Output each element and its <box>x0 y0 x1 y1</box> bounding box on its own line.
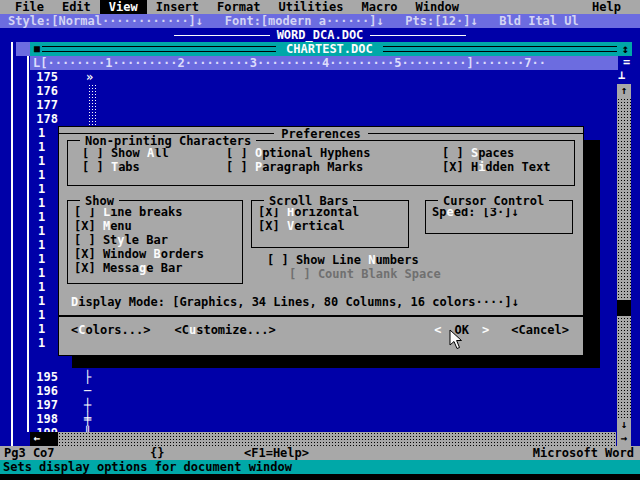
group-show: Show [ ] Line breaks [X] Menu [ ] Style … <box>67 200 243 284</box>
customize-button[interactable]: <Customize...> <box>175 323 276 337</box>
dialog-shadow-bottom <box>72 356 600 368</box>
horizontal-scrollbar-thumb[interactable] <box>44 432 58 446</box>
dialog-button-row: <Colors...> <Customize...> <OK> <Cancel> <box>59 323 583 337</box>
doc-window-titlebar: ■ CHARTEST.DOC ↕ <box>30 42 632 56</box>
menu-file[interactable]: File <box>6 0 53 14</box>
vertical-scrollbar-thumb[interactable] <box>617 300 631 316</box>
doc-window-title[interactable]: CHARTEST.DOC <box>278 42 381 56</box>
resize-icon[interactable]: ↕ <box>622 42 629 56</box>
ruler-end-mark: = <box>623 55 630 69</box>
titlebar-double-line <box>42 46 276 52</box>
group-title: Non-printing Characters <box>80 134 256 148</box>
message-bar: Sets display options for document window <box>0 460 640 474</box>
menu-window[interactable]: Window <box>407 0 468 14</box>
scroll-down-button[interactable]: ↓ <box>617 418 631 432</box>
menu-bar: File Edit View Insert Format Utilities M… <box>0 0 640 14</box>
group-title: Cursor Control <box>438 194 549 208</box>
bottom-black-strip <box>0 474 640 480</box>
menu-format[interactable]: Format <box>208 0 269 14</box>
checkbox-vertical[interactable]: [X] Vertical <box>258 219 408 233</box>
help-hint[interactable]: <F1=Help> <box>244 446 309 460</box>
title-dash-right <box>370 35 466 36</box>
ruler[interactable]: L[········1·········2·········3·········… <box>30 56 618 70</box>
colors-button[interactable]: <Colors...> <box>71 323 151 337</box>
menu-view[interactable]: View <box>100 0 147 14</box>
horizontal-scrollbar-track[interactable] <box>58 432 616 446</box>
window-corner-block <box>16 42 30 56</box>
dialog-divider <box>59 315 583 317</box>
checkbox-style-bar[interactable]: [ ] Style Bar <box>74 233 242 247</box>
checkbox-spaces[interactable]: [ ] Spaces <box>442 146 574 160</box>
menu-utilities[interactable]: Utilities <box>269 0 352 14</box>
vertical-scrollbar-track[interactable] <box>617 98 631 418</box>
word-dos-screen: File Edit View Insert Format Utilities M… <box>0 0 640 480</box>
group-title: Show <box>80 194 119 208</box>
cancel-button[interactable]: <Cancel> <box>511 323 569 337</box>
outer-window-titlebar: WORD_DCA.DOC <box>0 28 640 42</box>
preferences-dialog: Preferences Non-printing Characters [ ] … <box>58 126 584 356</box>
checkbox-menu[interactable]: [X] Menu <box>74 219 242 233</box>
hidden-text-hatch <box>88 84 97 126</box>
outer-window-left-border <box>11 42 13 452</box>
close-box-icon[interactable]: ■ <box>34 42 40 56</box>
scroll-up-button[interactable]: ↑ <box>617 84 631 98</box>
doc-window-left-border <box>27 56 29 432</box>
page-column-indicator: Pg3 Co7 <box>4 446 55 460</box>
status-bar: Pg3 Co7 {} <F1=Help> Microsoft Word <box>0 446 640 460</box>
checkbox-show-all[interactable]: [ ] Show All <box>82 146 226 160</box>
line-numbers-bottom: 195 196 197 198 199 <box>30 370 58 440</box>
checkbox-window-borders[interactable]: [X] Window Borders <box>74 247 242 261</box>
group-non-printing-characters: Non-printing Characters [ ] Show All [ ]… <box>67 140 575 186</box>
menu-insert[interactable]: Insert <box>147 0 208 14</box>
chart-line-glyphs: ├ ─ ┼ ╪ ║ <box>84 370 91 440</box>
title-dash-left <box>174 35 270 36</box>
dialog-shadow-right <box>584 140 600 356</box>
outer-window-title: WORD_DCA.DOC <box>277 28 364 42</box>
checkbox-optional-hyphens[interactable]: [ ] Optional Hyphens <box>226 146 442 160</box>
app-name: Microsoft Word <box>533 446 634 460</box>
scrollbar-top-tick: ⊥ <box>618 68 625 82</box>
group-title: Scroll Bars <box>264 194 353 208</box>
titlebar-double-line <box>383 46 617 52</box>
group-cursor-control: Cursor Control Speed: [3·]↓ <box>425 200 573 234</box>
display-mode-field[interactable]: Display Mode: [Graphics, 34 Lines, 80 Co… <box>71 295 519 309</box>
group-scroll-bars: Scroll Bars [X] Horizontal [X] Vertical <box>251 200 409 248</box>
menu-edit[interactable]: Edit <box>53 0 100 14</box>
checkbox-paragraph-marks[interactable]: [ ] Paragraph Marks <box>226 160 442 174</box>
line-numbers-top: 175 176 177 178 <box>30 70 58 126</box>
paragraph-mark: » <box>86 70 93 84</box>
scroll-left-button[interactable]: ← <box>30 432 44 446</box>
menu-help[interactable]: Help <box>583 0 630 14</box>
dialog-title-line <box>368 133 583 134</box>
dialog-title: Preferences <box>274 127 367 141</box>
line-numbers-behind-dialog: 1 1 1 1 1 1 1 1 1 1 1 1 1 1 1 1 <box>38 126 45 350</box>
scroll-right-button[interactable]: → <box>617 432 631 446</box>
checkbox-tabs[interactable]: [ ] Tabs <box>82 160 226 174</box>
style-braces: {} <box>150 446 164 460</box>
checkbox-count-blank-space: [ ] Count Blank Space <box>289 267 441 281</box>
checkbox-show-line-numbers[interactable]: [ ] Show Line Numbers <box>267 253 419 267</box>
format-ribbon[interactable]: Style:[Normal············]↓ Font:[modern… <box>0 14 640 28</box>
checkbox-hidden-text[interactable]: [X] Hidden Text <box>442 160 574 174</box>
menu-macro[interactable]: Macro <box>352 0 406 14</box>
mouse-cursor <box>449 329 463 350</box>
checkbox-message-bar[interactable]: [X] Message Bar <box>74 261 242 275</box>
